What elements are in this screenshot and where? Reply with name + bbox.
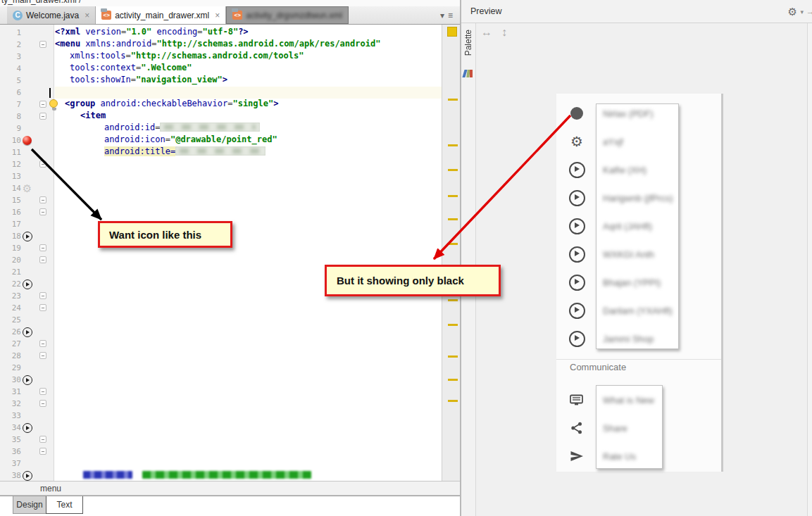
warning-stripe-mark[interactable] [448, 243, 458, 245]
play-gutter-icon[interactable] [22, 470, 32, 481]
fold-marker-icon[interactable] [39, 256, 46, 263]
tab-design[interactable]: Design [13, 496, 46, 514]
code-editor[interactable]: 1234567891011121314⚙15161718192021222324… [0, 25, 460, 481]
fold-marker-icon[interactable] [39, 352, 46, 359]
code-area[interactable]: <?xml version="1.0" encoding="utf-8"?><m… [55, 25, 443, 481]
code-line-7: <group android:checkableBehavior="single… [55, 99, 443, 111]
play-circle-icon[interactable] [568, 189, 586, 207]
tab-bar-controls: ▾ ≡ [440, 6, 460, 24]
drawer-scrollbar[interactable] [721, 94, 723, 472]
drawer-item-label-blurred[interactable]: Kalfw (XH) [603, 165, 647, 175]
play-circle-icon[interactable] [568, 329, 586, 348]
play-circle-icon[interactable] [568, 161, 586, 179]
fold-marker-icon[interactable] [39, 340, 46, 347]
fold-marker-icon[interactable] [39, 113, 46, 120]
drawer-item-label-blurred[interactable]: Rate Us [603, 451, 636, 462]
drawer-item-label-blurred[interactable]: Nirlax (PDF) [603, 108, 654, 119]
editor-tab-activity_main_drawer.xml[interactable]: <>activity_main_drawer.xml× [96, 6, 226, 24]
editor-tab-Welcome.java[interactable]: CWelcome.java× [7, 6, 96, 24]
preview-scrollbar[interactable] [807, 23, 812, 516]
play-circle-icon[interactable] [568, 273, 586, 291]
play-gutter-icon[interactable] [22, 375, 32, 385]
fold-marker-icon[interactable] [39, 436, 46, 443]
fold-marker-icon[interactable] [39, 101, 46, 108]
red-dot-gutter-icon[interactable] [22, 135, 32, 146]
warning-stripe-mark[interactable] [448, 400, 458, 402]
drawer-item-label-blurred[interactable]: What is New [603, 395, 654, 405]
palette-tab-label[interactable]: Palette [463, 30, 473, 56]
preview-settings-gear-icon[interactable]: ⚙ [788, 6, 797, 18]
chat-icon[interactable] [568, 391, 586, 409]
code-line-31 [55, 386, 443, 398]
fold-marker-icon[interactable] [39, 41, 46, 48]
play-gutter-icon[interactable] [22, 422, 32, 433]
drawer-item-label-blurred[interactable]: Jammi Shop [603, 334, 654, 344]
annotation-callout-want-icon: Want icon like this [98, 221, 232, 248]
line-number: 5 [0, 75, 21, 87]
breadcrumb-menu[interactable]: menu [40, 484, 61, 493]
drawer-item-label-blurred[interactable]: Share [603, 423, 627, 434]
warning-stripe-mark[interactable] [448, 195, 458, 197]
tab-dropdown-icon[interactable]: ▾ [440, 11, 444, 20]
drawer-item-label-blurred[interactable]: WXKGI Anth [603, 249, 654, 260]
inspection-status-square[interactable] [447, 27, 457, 37]
fold-marker-icon[interactable] [39, 388, 46, 395]
drawer-group-title: Communicate [570, 362, 626, 372]
warning-stripe-mark[interactable] [448, 299, 458, 301]
fold-marker-icon[interactable] [39, 161, 46, 168]
redacted-code-value [142, 471, 311, 479]
line-number: 25 [0, 314, 21, 326]
fold-marker-icon[interactable] [39, 208, 46, 215]
warning-stripe-mark[interactable] [448, 355, 458, 358]
drawer-item-label-blurred[interactable]: Bhajan (YPPI) [603, 277, 661, 288]
line-number: 1 [0, 27, 21, 39]
tab-close-icon[interactable]: × [85, 11, 89, 20]
editor-tab-activity_drgsmzdtwun.xml[interactable]: <>activity_drgsmzdtwun.xml [226, 6, 349, 24]
preview-settings-caret-icon[interactable]: ▾ [800, 8, 804, 15]
gear-icon[interactable]: ⚙ [568, 132, 586, 151]
gear-light-gutter-icon[interactable]: ⚙ [22, 183, 32, 194]
fold-marker-icon[interactable] [39, 292, 46, 299]
warning-stripe-mark[interactable] [448, 144, 458, 146]
share-icon[interactable] [568, 419, 586, 437]
tab-text[interactable]: Text [46, 496, 83, 514]
resize-vertical-icon[interactable]: ↕ [501, 26, 507, 39]
drawer-item-label-blurred[interactable]: Harigwnb (jfPrcs) [603, 193, 673, 203]
play-gutter-icon[interactable] [22, 231, 32, 241]
filled-circle-icon[interactable] [568, 104, 586, 122]
tab-label: activity_drgsmzdtwun.xml [246, 11, 342, 20]
warning-stripe-mark[interactable] [448, 218, 458, 220]
code-line-28 [55, 350, 443, 362]
code-line-32 [55, 398, 443, 410]
code-line-13 [55, 170, 443, 182]
preview-hide-icon[interactable]: → [806, 6, 812, 17]
warning-stripe-mark[interactable] [448, 379, 458, 381]
fold-marker-icon[interactable] [39, 244, 46, 251]
error-stripe[interactable] [442, 25, 460, 481]
tab-list-icon[interactable]: ≡ [448, 11, 453, 20]
drawer-item-label-blurred[interactable]: Darilam (YXAHfl) [603, 306, 673, 316]
play-circle-icon[interactable] [568, 301, 586, 320]
play-circle-icon[interactable] [568, 217, 586, 235]
fold-marker-icon[interactable] [39, 304, 46, 311]
drawer-item-label-blurred[interactable]: Aqrit (JAHfl) [603, 221, 652, 232]
warning-stripe-mark[interactable] [448, 324, 458, 326]
line-number: 10 [0, 134, 21, 146]
palette-icon[interactable] [463, 68, 474, 78]
resize-horizontal-icon[interactable]: ↔ [481, 26, 492, 39]
intention-lightbulb-icon[interactable] [49, 99, 58, 111]
send-icon[interactable] [568, 447, 586, 465]
warning-stripe-mark[interactable] [448, 99, 458, 101]
line-number: 13 [0, 170, 21, 182]
drawer-item-label-blurred[interactable]: aYxjf [603, 137, 623, 147]
play-gutter-icon[interactable] [22, 327, 32, 337]
code-line-6 [55, 87, 443, 99]
play-gutter-icon[interactable] [22, 279, 32, 289]
play-circle-icon[interactable] [568, 245, 586, 263]
code-line-35 [55, 434, 443, 446]
fold-marker-icon[interactable] [39, 400, 46, 407]
fold-marker-icon[interactable] [39, 196, 46, 203]
fold-marker-icon[interactable] [39, 448, 46, 455]
tab-close-icon[interactable]: × [215, 11, 220, 20]
warning-stripe-mark[interactable] [448, 169, 458, 171]
